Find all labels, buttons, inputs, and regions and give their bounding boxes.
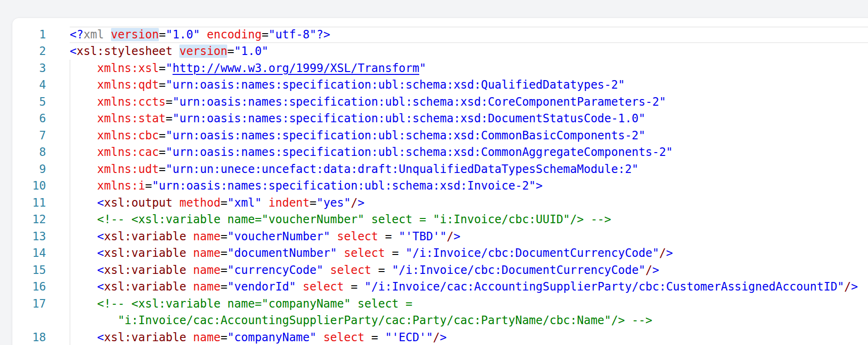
code-token — [70, 213, 97, 226]
line-number[interactable]: 4 — [12, 77, 46, 94]
code-token — [173, 45, 179, 58]
code-token: "yes" — [316, 196, 351, 209]
code-line[interactable]: 4 xmlns:qdt="urn:oasis:names:specificati… — [12, 77, 868, 94]
code-token: xsl:variable — [104, 230, 186, 243]
line-number[interactable]: 14 — [12, 245, 46, 262]
code-token: = — [159, 163, 166, 176]
line-number[interactable]: 16 — [12, 279, 46, 296]
code-token: "xml" — [227, 196, 261, 209]
line-number[interactable]: 7 — [12, 127, 46, 145]
code-token — [186, 280, 193, 293]
code-token: "urn:oasis:names:specification:ubl:schem… — [173, 112, 646, 125]
code-area[interactable]: 1<?xml version="1.0" encoding="utf-8"?>2… — [12, 27, 868, 345]
code-line[interactable]: 8 xmlns:cac="urn:oasis:names:specificati… — [12, 144, 868, 161]
line-number[interactable]: 3 — [12, 60, 46, 77]
code-token: "'ECD'" — [385, 331, 433, 344]
code-token: select — [337, 230, 379, 243]
code-token: ?> — [316, 28, 330, 41]
code-token — [186, 246, 193, 260]
line-number[interactable]: 17 — [12, 296, 46, 313]
code-token — [70, 263, 97, 277]
code-token: xmlns:xsl — [97, 62, 159, 75]
line-number[interactable]: 12 — [12, 211, 46, 228]
code-token: xmlns:qdt — [97, 78, 159, 91]
code-line[interactable]: 7 xmlns:cbc="urn:oasis:names:specificati… — [12, 127, 868, 145]
code-token — [70, 179, 97, 192]
code-token: "i:Invoice/cac:AccountingSupplierParty/c… — [118, 314, 652, 327]
line-number[interactable]: 5 — [12, 94, 46, 111]
code-line[interactable]: 18 <xsl:variable name="companyName" sele… — [12, 329, 868, 345]
code-token: "vendorId" — [227, 280, 296, 293]
code-token: indent — [268, 196, 310, 209]
code-line[interactable]: 6 xmlns:stat="urn:oasis:names:specificat… — [12, 110, 868, 127]
code-token: "documentNumber" — [227, 246, 337, 260]
code-token: xsl:variable — [104, 280, 186, 293]
code-token: "/i:Invoice/cbc:DocumentCurrencyCode" — [392, 263, 646, 277]
line-number[interactable]: 9 — [12, 161, 46, 178]
code-token: = — [371, 263, 392, 277]
code-token: select — [344, 246, 385, 260]
code-token: = — [159, 28, 166, 41]
code-line[interactable]: 5 xmlns:ccts="urn:oasis:names:specificat… — [12, 94, 868, 111]
code-token: <!-- <xsl:variable name="voucherNumber" … — [97, 213, 611, 226]
code-token: "urn:oasis:names:specification:ubl:schem… — [152, 179, 536, 192]
code-token: = — [364, 331, 385, 344]
code-token — [70, 331, 97, 344]
code-line[interactable]: 1<?xml version="1.0" encoding="utf-8"?> — [12, 27, 868, 44]
code-token: = — [145, 179, 152, 192]
code-token: name — [193, 246, 221, 260]
code-token: "utf-8" — [268, 28, 316, 41]
code-line[interactable]: 12 <!-- <xsl:variable name="voucherNumbe… — [12, 211, 868, 228]
code-token: select — [330, 263, 371, 277]
line-number[interactable]: 18 — [12, 329, 46, 345]
code-token: select — [323, 331, 365, 344]
line-number[interactable]: 15 — [12, 262, 46, 279]
code-token: = — [221, 280, 227, 293]
line-number[interactable]: 10 — [12, 178, 46, 195]
code-line[interactable]: 2<xsl:stylesheet version="1.0" — [12, 43, 868, 60]
code-line[interactable]: 11 <xsl:output method="xml" indent="yes"… — [12, 195, 868, 212]
code-token: = — [221, 331, 227, 344]
code-token: = — [310, 196, 316, 209]
code-line[interactable]: 17 <!-- <xsl:variable name="companyName"… — [12, 296, 868, 313]
line-number[interactable]: 6 — [12, 110, 46, 127]
url-link[interactable]: http://www.w3.org/1999/XSL/Transform — [173, 62, 419, 75]
code-token — [337, 246, 344, 260]
code-line[interactable]: 14 <xsl:variable name="documentNumber" s… — [12, 245, 868, 262]
code-token: < — [97, 331, 104, 344]
code-token: xsl:variable — [104, 263, 186, 277]
code-token: < — [97, 246, 104, 260]
code-line[interactable]: 15 <xsl:variable name="currencyCode" sel… — [12, 262, 868, 279]
code-token — [316, 331, 323, 344]
line-number[interactable]: 11 — [12, 195, 46, 212]
code-line[interactable]: 16 <xsl:variable name="vendorId" select … — [12, 279, 868, 296]
line-number[interactable]: 1 — [12, 27, 46, 44]
code-line[interactable]: 10 xmlns:i="urn:oasis:names:specificatio… — [12, 178, 868, 195]
code-token — [70, 196, 97, 209]
word-occurrence-highlight: version — [111, 28, 159, 41]
code-token: = — [159, 129, 166, 142]
code-token: select — [303, 280, 344, 293]
line-number[interactable]: 8 — [12, 144, 46, 161]
code-token — [70, 246, 97, 260]
code-line[interactable]: 9 xmlns:udt="urn:un:unece:uncefact:data:… — [12, 161, 868, 178]
code-editor-card: 1<?xml version="1.0" encoding="utf-8"?>2… — [12, 18, 868, 345]
code-line[interactable]: "i:Invoice/cac:AccountingSupplierParty/c… — [12, 312, 868, 329]
code-token: < — [97, 280, 104, 293]
code-token: / — [447, 230, 453, 243]
code-line[interactable]: 3 xmlns:xsl="http://www.w3.org/1999/XSL/… — [12, 60, 868, 77]
code-token: = — [221, 230, 227, 243]
code-token — [186, 230, 193, 243]
code-line[interactable]: 13 <xsl:variable name="voucherNumber" se… — [12, 228, 868, 245]
code-token: = — [221, 263, 227, 277]
line-number[interactable]: 2 — [12, 43, 46, 60]
code-token: "/i:Invoice/cac:AccountingSupplierParty/… — [364, 280, 844, 293]
line-number[interactable]: 13 — [12, 228, 46, 245]
code-token: = — [159, 62, 166, 75]
code-token: < — [70, 45, 76, 58]
code-token — [70, 230, 97, 243]
code-token: < — [97, 196, 104, 209]
code-token: name — [193, 331, 221, 344]
code-token: = — [221, 196, 227, 209]
code-token: = — [166, 95, 172, 109]
